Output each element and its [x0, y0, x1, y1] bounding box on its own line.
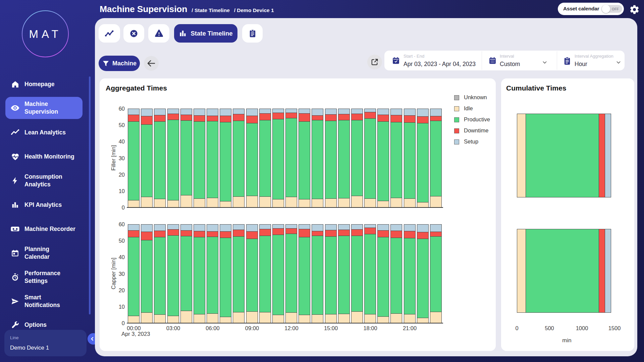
svg-text:MAT: MAT — [29, 28, 61, 40]
